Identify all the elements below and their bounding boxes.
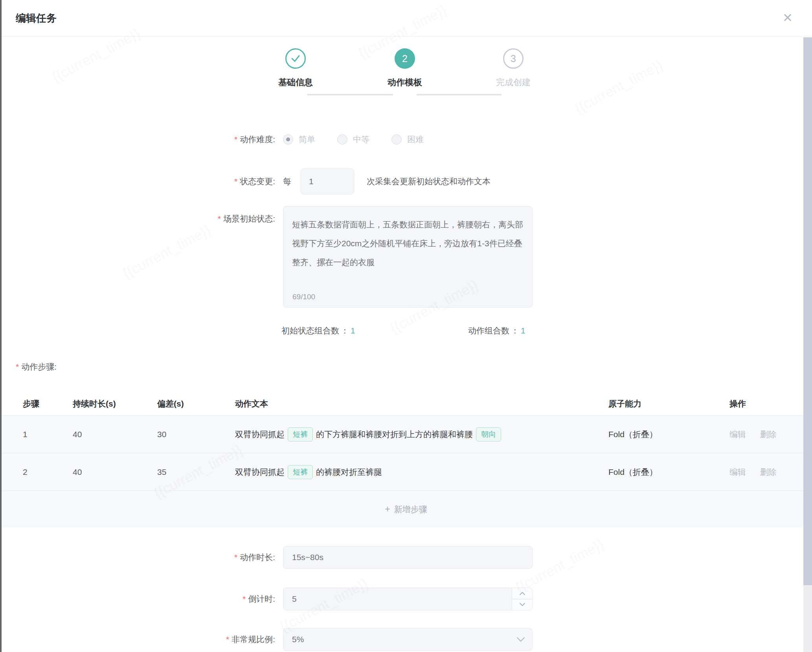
difficulty-label: *动作难度: (0, 134, 275, 145)
action-steps-table: 步骤 持续时长(s) 偏差(s) 动作文本 原子能力 操作 1 40 30 双臂… (0, 392, 812, 527)
spinner-up-button[interactable] (512, 588, 532, 599)
char-counter: 69/100 (292, 293, 315, 301)
edit-button[interactable]: 编辑 (729, 467, 746, 478)
chevron-down-icon (519, 603, 525, 606)
radio-option-simple[interactable]: 简单 (283, 134, 315, 145)
action-combo-value: 1 (521, 326, 525, 335)
orientation-tag: 朝向 (476, 427, 501, 441)
radio-circle-checked[interactable] (283, 134, 293, 145)
cell-action-text: 双臂协同抓起 短裤 的裤腰对折至裤腿 (235, 465, 601, 479)
required-asterisk: * (234, 177, 237, 186)
edit-button[interactable]: 编辑 (729, 429, 746, 440)
action-duration-input[interactable] (283, 546, 533, 569)
required-asterisk: * (234, 553, 237, 562)
state-change-label: *状态变更: (0, 176, 275, 187)
radio-circle[interactable] (337, 134, 347, 145)
add-step-button[interactable]: + 新增步骤 (0, 491, 812, 527)
required-asterisk: * (234, 135, 237, 144)
countdown-row: *倒计时: (0, 588, 812, 610)
plus-icon: + (385, 504, 390, 515)
action-duration-label: *动作时长: (0, 552, 275, 563)
table-header-row: 步骤 持续时长(s) 偏差(s) 动作文本 原子能力 操作 (0, 392, 812, 416)
difficulty-row: *动作难度: 简单 中等 困难 (0, 133, 812, 146)
object-tag: 短裤 (288, 427, 313, 441)
step3-pending-circle: 3 (503, 48, 524, 69)
unusual-ratio-row: *非常规比例: 5% (0, 628, 812, 651)
required-asterisk: * (226, 635, 229, 644)
countdown-label: *倒计时: (0, 593, 275, 604)
unusual-ratio-label: *非常规比例: (0, 634, 275, 645)
difficulty-radio-group: 简单 中等 困难 (283, 134, 424, 145)
scrollbar-track[interactable] (803, 37, 812, 652)
state-change-row: *状态变更: 每 次采集会更新初始状态和动作文本 (0, 168, 812, 194)
required-asterisk: * (218, 214, 221, 223)
wizard-stepper: 2 3 基础信息 动作模板 完成创建 (0, 37, 812, 99)
page-left-edge (0, 0, 2, 652)
unusual-ratio-select[interactable]: 5% (283, 628, 533, 651)
initial-state-row: *场景初始状态: 短裤五条数据背面朝上，五条数据正面朝上，裤腰朝右，离头部视野下… (0, 206, 812, 308)
radio-circle[interactable] (391, 134, 402, 145)
selected-value: 5% (292, 635, 304, 644)
required-asterisk: * (242, 594, 246, 603)
cell-deviation: 35 (157, 467, 235, 477)
step1-label: 基础信息 (278, 77, 313, 88)
col-header-duration: 持续时长(s) (73, 398, 157, 409)
combo-counts-row: 初始状态组合数：1 动作组合数：1 (0, 325, 812, 337)
delete-button[interactable]: 删除 (760, 429, 777, 440)
state-change-prefix: 每 (283, 176, 291, 187)
initial-state-textarea[interactable]: 短裤五条数据背面朝上，五条数据正面朝上，裤腰朝右，离头部视野下方至少20cm之外… (283, 206, 533, 308)
radio-label: 中等 (353, 134, 369, 145)
state-change-count-input[interactable] (301, 168, 354, 194)
check-icon (290, 53, 301, 64)
number-spinner (512, 588, 532, 610)
col-header-ability: 原子能力 (601, 398, 722, 409)
cell-action-text: 双臂协同抓起 短裤 的下方裤腿和裤腰对折到上方的裤腿和裤腰 朝向 (235, 427, 601, 441)
initial-state-label: *场景初始状态: (0, 206, 275, 224)
cell-ops: 编辑 删除 (722, 429, 812, 440)
cell-duration: 40 (73, 430, 157, 439)
step-connector (307, 94, 393, 95)
cell-ops: 编辑 删除 (722, 467, 812, 478)
col-header-ops: 操作 (722, 398, 812, 409)
table-row: 1 40 30 双臂协同抓起 短裤 的下方裤腿和裤腰对折到上方的裤腿和裤腰 朝向… (0, 416, 812, 453)
dialog-header: 编辑任务 ✕ (0, 0, 812, 37)
initial-combo-value: 1 (351, 326, 355, 335)
countdown-input[interactable] (283, 588, 533, 610)
cell-step: 1 (0, 430, 73, 439)
radio-option-medium[interactable]: 中等 (337, 134, 369, 145)
table-row: 2 40 35 双臂协同抓起 短裤 的裤腰对折至裤腿 Fold（折叠） 编辑 删… (0, 453, 812, 491)
action-combo-count: 动作组合数：1 (468, 325, 525, 336)
col-header-action-text: 动作文本 (235, 398, 601, 409)
cell-deviation: 30 (157, 430, 235, 439)
state-change-suffix: 次采集会更新初始状态和动作文本 (367, 176, 491, 187)
step2-active-circle: 2 (395, 48, 415, 69)
chevron-up-icon (519, 592, 525, 595)
edit-task-dialog: {{current_time}} {{current_time}} {{curr… (0, 0, 812, 652)
cell-step: 2 (0, 467, 73, 477)
radio-label: 简单 (299, 134, 315, 145)
spinner-down-button[interactable] (512, 599, 532, 610)
initial-combo-count: 初始状态组合数：1 (281, 325, 355, 336)
object-tag: 短裤 (288, 465, 313, 479)
col-header-deviation: 偏差(s) (157, 398, 235, 409)
cell-ability: Fold（折叠） (601, 467, 722, 478)
scrollbar-thumb[interactable] (803, 37, 812, 585)
cell-ability: Fold（折叠） (601, 429, 722, 440)
action-steps-section-label: *动作步骤: (0, 361, 812, 375)
action-duration-row: *动作时长: (0, 546, 812, 569)
cell-duration: 40 (73, 467, 157, 477)
col-header-step: 步骤 (0, 398, 73, 409)
chevron-down-icon (516, 637, 525, 642)
delete-button[interactable]: 删除 (760, 467, 777, 478)
dialog-title: 编辑任务 (16, 0, 57, 37)
radio-label: 困难 (407, 134, 424, 145)
required-asterisk: * (16, 362, 19, 371)
step-connector (417, 94, 502, 95)
add-step-label: 新增步骤 (394, 504, 427, 515)
step2-label: 动作模板 (388, 77, 422, 88)
radio-option-hard[interactable]: 困难 (391, 134, 424, 145)
step3-label: 完成创建 (496, 77, 531, 88)
close-icon[interactable]: ✕ (779, 9, 796, 27)
step1-done-circle (285, 48, 306, 69)
